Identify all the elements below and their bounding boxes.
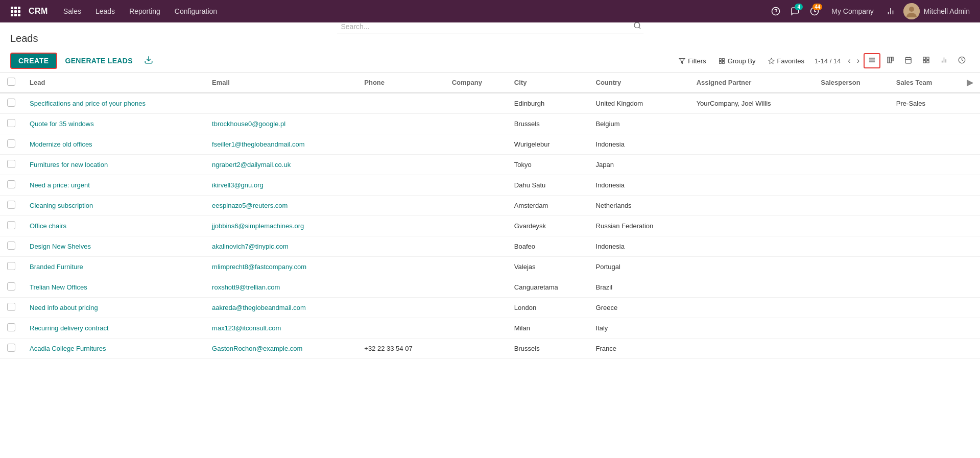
row-checkbox[interactable] (7, 119, 15, 127)
lead-name[interactable]: Specifications and price of your phones (30, 100, 146, 107)
chart-view-button[interactable] (936, 54, 952, 68)
favorites-button[interactable]: Favorites (763, 55, 809, 67)
create-button[interactable]: CREATE (10, 53, 57, 69)
generate-leads-button[interactable]: GENERATE LEADS (61, 54, 137, 68)
row-checkbox[interactable] (7, 344, 15, 352)
col-city[interactable]: City (507, 73, 589, 93)
lead-name[interactable]: Branded Furniture (30, 263, 83, 271)
email-value[interactable]: tbrockhouse0@google.pl (212, 120, 285, 128)
row-checkbox-cell[interactable] (0, 318, 22, 339)
email-value[interactable]: akalinovich7@tinypic.com (212, 243, 289, 250)
col-settings[interactable]: ▶ (960, 73, 980, 93)
email-value[interactable]: ikirvell3@gnu.org (212, 181, 264, 189)
email-value[interactable]: jjobbins6@simplemachines.org (212, 222, 304, 230)
row-checkbox-cell[interactable] (0, 216, 22, 236)
row-checkbox-cell[interactable] (0, 236, 22, 257)
row-checkbox-cell[interactable] (0, 257, 22, 277)
row-checkbox-cell[interactable] (0, 298, 22, 318)
lead-name[interactable]: Furnitures for new location (30, 161, 108, 168)
row-checkbox[interactable] (7, 242, 15, 250)
row-cell-assigned_partner (689, 277, 814, 298)
lead-name[interactable]: Trelian New Offices (30, 283, 87, 291)
lead-name[interactable]: Design New Shelves (30, 243, 91, 250)
row-checkbox[interactable] (7, 160, 15, 168)
column-settings-icon[interactable]: ▶ (967, 78, 973, 87)
col-assigned-partner[interactable]: Assigned Partner (689, 73, 814, 93)
pagination-info: 1-14 / 14 (811, 57, 844, 65)
row-checkbox-cell[interactable] (0, 114, 22, 134)
avatar[interactable] (903, 3, 920, 19)
row-cell-country: Japan (589, 155, 689, 175)
col-lead[interactable]: Lead (22, 73, 205, 93)
col-country[interactable]: Country (589, 73, 689, 93)
activity-view-button[interactable] (954, 54, 970, 68)
col-phone[interactable]: Phone (357, 73, 444, 93)
lead-name[interactable]: Cleaning subscription (30, 202, 93, 209)
filters-button[interactable]: Filters (674, 55, 711, 67)
col-company[interactable]: Company (445, 73, 507, 93)
list-view-button[interactable] (864, 53, 880, 68)
row-checkbox[interactable] (7, 201, 15, 209)
row-checkbox[interactable] (7, 221, 15, 229)
download-button[interactable] (141, 53, 156, 69)
search-input[interactable] (337, 19, 631, 34)
grid-view-button[interactable] (918, 54, 934, 68)
chat-icon-button[interactable]: 4 (786, 3, 804, 20)
email-value[interactable]: roxshott9@trellian.com (212, 283, 280, 291)
kanban-view-button[interactable] (882, 54, 898, 68)
row-checkbox[interactable] (7, 99, 15, 107)
lead-name[interactable]: Need a price: urgent (30, 181, 90, 189)
row-checkbox[interactable] (7, 139, 15, 148)
row-checkbox[interactable] (7, 323, 15, 331)
row-checkbox[interactable] (7, 303, 15, 311)
row-cell-country: Russian Federation (589, 216, 689, 236)
email-value[interactable]: aakreda@theglobeandmail.com (212, 304, 306, 311)
lead-name[interactable]: Need info about pricing (30, 304, 98, 311)
activity-icon-button[interactable]: 44 (806, 3, 823, 20)
row-checkbox-cell[interactable] (0, 134, 22, 155)
nav-sales[interactable]: Sales (56, 0, 88, 22)
apps-menu-button[interactable] (6, 0, 25, 22)
calendar-view-button[interactable] (900, 54, 916, 68)
groupby-label: Group By (728, 57, 756, 65)
select-all-checkbox[interactable] (7, 78, 15, 86)
nav-leads[interactable]: Leads (88, 0, 122, 22)
email-value[interactable]: mlimprecht8@fastcompany.com (212, 263, 306, 271)
groupby-button[interactable]: Group By (713, 55, 761, 67)
lead-name[interactable]: Quote for 35 windows (30, 120, 94, 128)
lead-name[interactable]: Recurring delivery contract (30, 324, 109, 332)
col-email[interactable]: Email (205, 73, 357, 93)
row-checkbox-cell[interactable] (0, 155, 22, 175)
email-value[interactable]: max123@itconsult.com (212, 324, 281, 332)
search-button[interactable] (631, 19, 643, 34)
row-checkbox-cell[interactable] (0, 277, 22, 298)
settings-icon-button[interactable] (882, 3, 899, 20)
nav-configuration[interactable]: Configuration (168, 0, 224, 22)
row-checkbox[interactable] (7, 262, 15, 270)
row-checkbox[interactable] (7, 282, 15, 291)
col-salesperson[interactable]: Salesperson (814, 73, 889, 93)
support-icon-button[interactable] (767, 3, 784, 20)
lead-name[interactable]: Modernize old offices (30, 140, 92, 148)
row-checkbox-cell[interactable] (0, 196, 22, 216)
pagination-next[interactable]: › (855, 55, 862, 66)
table-row: Recurring delivery contractmax123@itcons… (0, 318, 980, 339)
nav-reporting[interactable]: Reporting (122, 0, 168, 22)
company-name[interactable]: My Company (825, 7, 879, 15)
username[interactable]: Mitchell Admin (924, 7, 974, 15)
email-value[interactable]: GastonRochon@example.com (212, 345, 302, 352)
pagination-prev[interactable]: ‹ (846, 55, 852, 66)
row-checkbox-cell[interactable] (0, 339, 22, 359)
email-value[interactable]: ngrabert2@dailymail.co.uk (212, 161, 291, 168)
lead-name[interactable]: Office chairs (30, 222, 66, 230)
row-checkbox[interactable] (7, 180, 15, 188)
table-row: Acadia College FurnituresGastonRochon@ex… (0, 339, 980, 359)
app-brand[interactable]: CRM (25, 7, 56, 16)
email-value[interactable]: eespinazo5@reuters.com (212, 202, 288, 209)
row-checkbox-cell[interactable] (0, 93, 22, 114)
row-checkbox-cell[interactable] (0, 175, 22, 196)
col-sales-team[interactable]: Sales Team (889, 73, 960, 93)
select-all-header[interactable] (0, 73, 22, 93)
lead-name[interactable]: Acadia College Furnitures (30, 345, 106, 352)
email-value[interactable]: fseiller1@theglobeandmail.com (212, 140, 305, 148)
